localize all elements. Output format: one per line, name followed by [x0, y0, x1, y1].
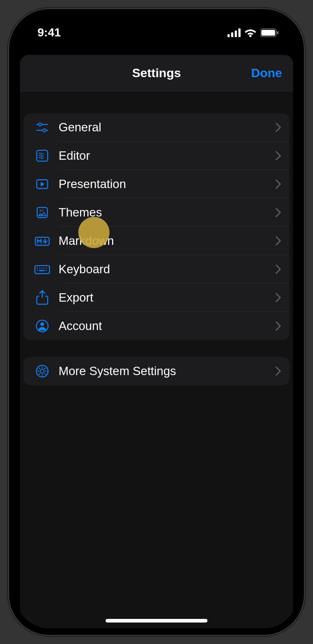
row-label: Presentation [55, 177, 276, 191]
settings-group-main: General Editor Present [24, 113, 289, 340]
status-time: 9:41 [37, 26, 61, 39]
settings-row-keyboard[interactable]: Keyboard [24, 255, 289, 283]
svg-rect-16 [35, 266, 49, 274]
settings-row-more-system[interactable]: More System Settings [24, 357, 289, 385]
phone-frame: 9:41 Settings Done General [9, 9, 304, 635]
waves-icon [29, 148, 55, 163]
svg-point-10 [43, 129, 46, 132]
page-title: Settings [132, 66, 181, 80]
row-label: Export [55, 291, 276, 305]
svg-point-19 [41, 268, 43, 269]
cellular-icon [227, 28, 241, 37]
svg-line-36 [39, 373, 40, 374]
settings-modal: Settings Done General [20, 55, 293, 628]
wifi-icon [244, 28, 257, 37]
svg-line-33 [39, 368, 40, 369]
play-icon [29, 177, 55, 191]
person-icon [29, 319, 55, 333]
status-indicators [227, 28, 279, 37]
svg-line-34 [44, 373, 45, 374]
settings-row-export[interactable]: Export [24, 283, 289, 312]
chevron-right-icon [276, 208, 281, 217]
row-label: General [55, 120, 276, 134]
svg-text:A=: A= [39, 209, 44, 212]
status-bar: 9:41 [16, 16, 297, 45]
svg-rect-2 [235, 31, 237, 37]
svg-point-22 [37, 270, 38, 271]
svg-point-26 [40, 322, 44, 326]
settings-row-account[interactable]: Account [24, 312, 289, 340]
chevron-right-icon [276, 321, 281, 331]
home-indicator[interactable] [106, 619, 207, 623]
row-label: Account [55, 319, 276, 333]
svg-rect-6 [277, 31, 278, 34]
chevron-right-icon [276, 265, 281, 274]
svg-point-21 [46, 268, 47, 269]
gear-icon [29, 364, 55, 378]
svg-point-20 [44, 268, 45, 269]
phone-screen: 9:41 Settings Done General [16, 16, 297, 628]
svg-point-8 [39, 123, 41, 126]
row-label: Themes [55, 206, 276, 219]
row-label: Markdown [55, 234, 276, 248]
sliders-icon [29, 120, 55, 135]
chevron-right-icon [276, 179, 281, 189]
chevron-right-icon [276, 366, 281, 376]
keyboard-icon [29, 262, 55, 277]
chevron-right-icon [276, 293, 281, 302]
settings-content[interactable]: General Editor Present [20, 91, 293, 385]
row-label: Editor [55, 149, 276, 163]
settings-row-presentation[interactable]: Presentation [24, 170, 289, 198]
svg-rect-5 [261, 30, 275, 36]
share-icon [29, 290, 55, 306]
markdown-icon [29, 234, 55, 248]
settings-row-general[interactable]: General [24, 113, 289, 142]
svg-point-18 [39, 268, 40, 269]
chevron-right-icon [276, 151, 281, 160]
row-label: More System Settings [55, 364, 276, 378]
navigation-bar: Settings Done [20, 55, 293, 91]
settings-row-editor[interactable]: Editor [24, 142, 289, 170]
chevron-right-icon [276, 123, 281, 132]
settings-row-markdown[interactable]: Markdown [24, 227, 289, 255]
settings-row-themes[interactable]: A= Themes [24, 198, 289, 227]
svg-rect-11 [37, 150, 48, 161]
settings-group-system: More System Settings [24, 357, 289, 385]
battery-icon [260, 28, 279, 37]
svg-rect-0 [227, 34, 230, 37]
chevron-right-icon [276, 236, 281, 246]
svg-point-28 [40, 369, 44, 373]
svg-point-17 [37, 268, 38, 269]
svg-line-35 [44, 368, 45, 369]
svg-rect-24 [39, 270, 45, 271]
svg-point-23 [46, 270, 47, 271]
card-icon: A= [29, 205, 55, 220]
row-label: Keyboard [55, 262, 276, 276]
svg-rect-1 [231, 32, 233, 37]
svg-rect-3 [238, 28, 241, 37]
done-button[interactable]: Done [251, 66, 282, 80]
